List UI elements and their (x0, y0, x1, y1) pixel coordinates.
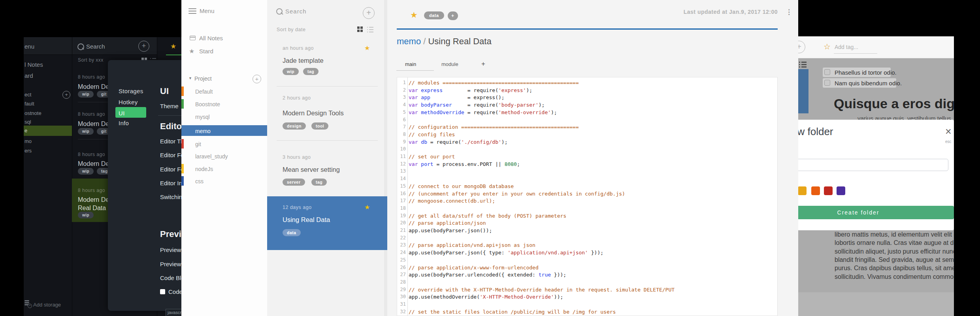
dark-folder-item[interactable]: ostnote (24, 110, 41, 116)
dark-folder-item[interactable]: ers (24, 148, 32, 154)
code-theme-select[interactable]: javascri (166, 309, 183, 316)
dark-sidebar-item[interactable]: enu (24, 43, 34, 50)
color-swatch[interactable] (837, 186, 845, 195)
breadcrumb-folder[interactable]: memo (397, 36, 421, 46)
folder-name-input[interactable] (798, 159, 948, 171)
code-line: 20// parse application/json (397, 219, 777, 227)
tag-chip[interactable]: tag (303, 68, 318, 75)
add-note-button[interactable]: + (363, 7, 375, 19)
screenshot-canvas: enul Notesardectfaultostnotesqlemoers++A… (0, 0, 980, 316)
selected-note-strip[interactable] (798, 69, 808, 113)
code-editor[interactable]: 1// modules ============================… (397, 77, 778, 316)
tag-chip[interactable]: wip (78, 91, 94, 98)
more-menu-icon[interactable]: ⋮ (786, 8, 792, 16)
dark-folder-item-selected[interactable] (24, 126, 72, 136)
note-title[interactable]: Using Real Data (283, 216, 330, 224)
settings-row-label[interactable]: Editor Th (160, 138, 181, 145)
tag-chip[interactable]: wip (78, 168, 94, 175)
settings-row-label[interactable]: Code Blo (160, 275, 181, 281)
tag-chip[interactable]: tag (311, 179, 327, 186)
settings-checkbox[interactable] (160, 289, 165, 294)
tag-chip[interactable]: server (283, 179, 305, 186)
add-note-button[interactable]: + (798, 41, 805, 53)
folder-item-Boostnote[interactable]: Boostnote (195, 101, 220, 107)
line-number: 17 (397, 197, 406, 205)
add-storage-button[interactable]: +Add storage (24, 299, 72, 310)
note-title[interactable]: Mean server setting (283, 166, 340, 173)
sort-toggle[interactable]: Sort by date (277, 27, 305, 32)
code-text: // set the static files location /public… (409, 308, 616, 316)
tag-chip[interactable]: wip (78, 212, 94, 218)
search-input[interactable]: Search (285, 8, 307, 15)
task-checkbox[interactable] (824, 80, 830, 86)
folder-color-bar (181, 99, 184, 109)
star-toggle-icon[interactable]: ★ (410, 10, 418, 20)
dark-sidebar-item[interactable]: l Notes (24, 61, 43, 68)
code-line: 31 (397, 301, 777, 308)
tab-module[interactable]: module (441, 61, 458, 67)
settings-row-label[interactable]: Editor Ind (160, 180, 181, 186)
close-icon[interactable]: × (945, 127, 952, 136)
tag-chip[interactable]: data (424, 11, 444, 19)
settings-tab-hotkey[interactable]: Hotkey (119, 99, 138, 105)
code-text: // configuration =======================… (409, 123, 579, 131)
settings-row-label[interactable]: Theme (160, 103, 179, 109)
tag-chip[interactable]: wip (283, 68, 299, 75)
folder-item-memo[interactable]: memo (195, 128, 211, 134)
color-swatch[interactable] (811, 186, 820, 195)
dark-sidebar-item[interactable]: ard (24, 72, 33, 79)
add-tag-button[interactable]: + (448, 11, 458, 20)
tab-main[interactable]: main (405, 61, 416, 67)
settings-row-label[interactable]: Editor Fo (160, 152, 181, 158)
dialog-title: ew folder (798, 126, 833, 138)
add-folder-button[interactable]: + (253, 75, 261, 83)
star-icon[interactable]: ★ (364, 203, 370, 211)
code-line: 23// parse application/vnd.api+json as j… (397, 241, 777, 249)
task-checkbox[interactable] (824, 69, 830, 75)
folder-item-Default[interactable]: Default (195, 88, 213, 95)
tag-chip[interactable]: tool (311, 122, 328, 130)
code-line: 30app.use(methodOverride('X-HTTP-Method-… (397, 293, 777, 301)
line-number: 12 (397, 160, 406, 168)
settings-row-label[interactable]: Switching (160, 194, 181, 200)
star-icon[interactable]: ★ (170, 42, 176, 51)
settings-content: UIThemeEditorEditor ThEditor FoEditor Fo… (158, 60, 181, 311)
settings-tab-info[interactable]: Info (119, 120, 129, 126)
dark-folder-item[interactable]: sql (24, 119, 31, 125)
tag-chip[interactable]: design (283, 122, 306, 130)
color-swatch[interactable] (798, 186, 807, 195)
scrollbar[interactable] (384, 0, 387, 316)
add-note-button[interactable]: + (138, 41, 149, 52)
dark-folder-item[interactable]: mo (24, 138, 32, 144)
settings-row-label[interactable]: Preview F (160, 261, 181, 267)
dark-folder-item[interactable]: e (24, 128, 27, 134)
active-tab-underline (166, 55, 181, 55)
folder-item-nodeJs[interactable]: nodeJs (195, 166, 213, 172)
divider (798, 58, 954, 58)
code-line: 27app.use(bodyParser.urlencoded({ extend… (397, 271, 777, 278)
folder-item-git[interactable]: git (195, 141, 201, 147)
star-icon[interactable]: ★ (364, 44, 370, 52)
dark-sidebar-item[interactable]: ect (24, 92, 31, 98)
search-input[interactable]: Search (86, 43, 105, 50)
create-folder-button[interactable]: Create folder (798, 206, 954, 219)
dark-folder-item[interactable]: fault (24, 101, 34, 107)
star-outline-icon[interactable]: ☆ (824, 42, 831, 51)
settings-tab-storages[interactable]: Storages (119, 88, 143, 94)
line-number: 9 (397, 138, 406, 146)
folder-item-mysql[interactable]: mysql (195, 114, 210, 120)
color-swatch[interactable] (824, 186, 833, 195)
tag-chip[interactable]: data (283, 229, 301, 236)
add-folder-button[interactable]: + (62, 91, 70, 99)
settings-tab-ui[interactable]: UI (119, 110, 125, 117)
line-number: 14 (397, 175, 406, 182)
folder-item-laravel_study[interactable]: laravel_study (195, 153, 228, 160)
tab-add-button[interactable]: + (481, 60, 485, 68)
settings-row-label[interactable]: Editor Fo (160, 166, 181, 173)
folder-item-css[interactable]: css (195, 178, 204, 184)
note-title[interactable]: Jade template (283, 57, 324, 64)
add-tag-input[interactable]: Add tag... (835, 44, 858, 50)
tag-chip[interactable]: wip (78, 128, 94, 135)
note-title[interactable]: Modern Design Tools (283, 109, 344, 117)
settings-row-label[interactable]: Preview F (160, 246, 181, 253)
